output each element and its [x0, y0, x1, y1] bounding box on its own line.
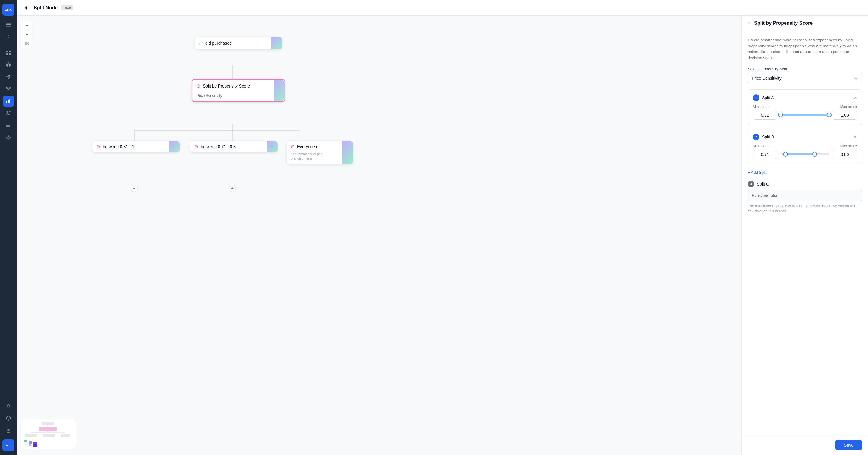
sidebar-logo[interactable]: ZETA — [2, 4, 14, 16]
add-split-label: + Add Split — [748, 170, 767, 175]
split-b-thumb-left[interactable] — [783, 152, 788, 157]
svg-rect-44 — [27, 42, 28, 43]
split-a-max-label: Max score — [840, 105, 857, 109]
svg-line-22 — [8, 114, 10, 115]
split-a-min-input[interactable] — [753, 111, 777, 120]
split-b-min-input[interactable] — [753, 150, 777, 159]
branch-a-icon: ⊙ — [96, 144, 100, 149]
svg-point-32 — [8, 419, 9, 420]
plus-btn-b[interactable]: + — [229, 184, 236, 192]
sidebar-item-dashboard[interactable] — [3, 47, 14, 58]
save-button[interactable]: Save — [835, 440, 862, 450]
sidebar-item-target[interactable] — [3, 59, 14, 70]
split-a-slider-fill — [781, 114, 829, 116]
canvas[interactable]: + − ↩ did purchased ··· — [17, 16, 741, 455]
plus-btn-a[interactable]: + — [130, 184, 138, 192]
svg-point-27 — [6, 124, 7, 124]
panel-menu-icon[interactable]: ≡ — [748, 21, 750, 26]
svg-rect-43 — [25, 42, 27, 43]
svg-point-11 — [9, 87, 10, 89]
branch-c-icon: ⊙ — [291, 144, 295, 149]
branch-b-node[interactable]: ⊙ between 0.71 - 0.8 ··· — [190, 141, 278, 152]
sidebar-item-docs[interactable] — [3, 425, 14, 436]
svg-rect-50 — [43, 433, 55, 436]
everyone-else-input — [748, 190, 862, 201]
svg-rect-0 — [6, 23, 11, 24]
svg-rect-4 — [9, 51, 10, 53]
split-b-max-input[interactable] — [833, 150, 857, 159]
canvas-connections — [17, 16, 741, 455]
sidebar-item-list[interactable] — [3, 120, 14, 131]
add-split-button[interactable]: + Add Split — [748, 168, 862, 177]
svg-rect-1 — [6, 24, 11, 25]
sidebar-zeta-logo[interactable]: ZETA — [2, 439, 14, 451]
split-b-close-button[interactable]: × — [854, 134, 857, 140]
svg-rect-61 — [24, 444, 27, 445]
sidebar-item-send[interactable] — [3, 72, 14, 82]
branch-a-node[interactable]: ⊙ between 0.81 - 1 ··· — [92, 141, 180, 152]
branch-c-accent — [342, 141, 353, 164]
svg-rect-48 — [38, 427, 57, 431]
svg-rect-58 — [24, 439, 27, 442]
split-c-label: Split C — [757, 182, 769, 187]
branch-c-node[interactable]: ⊙ Everyone e The remainder of peo...bran… — [287, 141, 353, 164]
purchased-node-label: did purchased — [205, 41, 232, 46]
svg-rect-18 — [9, 99, 10, 103]
svg-point-10 — [7, 87, 8, 89]
split-b-slider-fill — [785, 153, 815, 155]
svg-point-9 — [8, 64, 9, 65]
zoom-out-button[interactable]: − — [22, 30, 32, 39]
split-a-max-input[interactable] — [833, 111, 857, 120]
sidebar-item-settings[interactable] — [3, 132, 14, 143]
split-node[interactable]: ⊙ Split by Propensity Score ··· Price Se… — [192, 79, 285, 102]
select-propensity-label: Select Propensity Score — [748, 67, 862, 71]
split-c-section: 3 Split C The remainder of people who do… — [748, 181, 862, 214]
zoom-in-button[interactable]: + — [22, 21, 32, 30]
svg-rect-16 — [6, 101, 7, 103]
split-a-badge: 1 — [753, 94, 760, 101]
split-node-subtitle: Price Sensitivity — [192, 92, 284, 102]
panel-footer: Save — [742, 435, 868, 455]
minimap — [22, 419, 76, 449]
svg-rect-3 — [6, 51, 8, 53]
purchased-node[interactable]: ↩ did purchased ··· — [195, 37, 282, 50]
svg-rect-49 — [25, 433, 37, 436]
svg-line-15 — [9, 88, 9, 90]
svg-line-21 — [8, 111, 10, 112]
sidebar-item-integrations[interactable] — [3, 84, 14, 94]
svg-point-30 — [8, 137, 9, 138]
sidebar-item-menu[interactable] — [3, 19, 14, 30]
svg-rect-59 — [29, 441, 32, 444]
split-b-max-label: Max score — [840, 144, 857, 148]
back-button[interactable] — [22, 4, 30, 12]
branch-c-label: Everyone e — [297, 144, 349, 149]
sidebar-item-scissors[interactable] — [3, 108, 14, 119]
split-b-section: 2 Split B × Min score — [748, 129, 862, 164]
panel-title: Split by Propensity Score — [754, 21, 862, 26]
split-b-slider-track[interactable] — [781, 153, 829, 155]
branch-a-accent — [169, 141, 180, 152]
split-a-close-button[interactable]: × — [854, 95, 857, 101]
canvas-controls: + − — [22, 21, 32, 48]
fit-view-button[interactable] — [22, 39, 32, 48]
propensity-score-value: Price Sensitivity — [752, 76, 781, 81]
split-c-description: The remainder of people who don't qualif… — [748, 204, 862, 214]
svg-point-29 — [6, 126, 7, 127]
svg-line-14 — [7, 88, 8, 90]
svg-point-12 — [8, 90, 9, 91]
split-a-thumb-left[interactable] — [778, 113, 783, 117]
split-a-slider-track[interactable] — [781, 114, 829, 116]
split-b-label: Split B — [762, 135, 774, 139]
svg-rect-6 — [9, 53, 10, 55]
svg-rect-45 — [25, 44, 27, 45]
split-b-thumb-right[interactable] — [812, 152, 817, 157]
panel-header: ≡ Split by Propensity Score — [742, 16, 868, 31]
propensity-score-select[interactable]: Price Sensitivity — [748, 73, 862, 83]
split-a-thumb-right[interactable] — [827, 113, 832, 117]
split-a-min-label: Min score — [753, 105, 777, 109]
sidebar-item-notifications[interactable] — [3, 401, 14, 411]
sidebar-item-analytics[interactable] — [3, 96, 14, 107]
sidebar-item-back[interactable] — [3, 31, 14, 42]
split-a-label: Split A — [762, 95, 774, 100]
sidebar-item-help[interactable] — [3, 413, 14, 424]
